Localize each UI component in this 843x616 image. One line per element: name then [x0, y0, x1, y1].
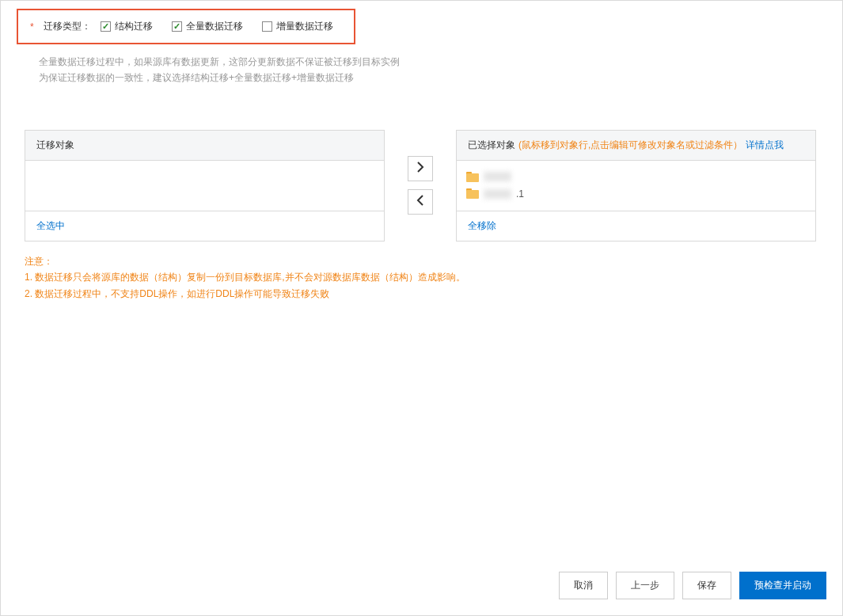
source-panel-header: 迁移对象 [25, 131, 384, 161]
remove-all-link[interactable]: 全移除 [468, 220, 496, 231]
tree-item[interactable] [465, 169, 807, 185]
checkbox-label: 增量数据迁移 [276, 20, 333, 33]
description-text: 全量数据迁移过程中，如果源库有数据更新，这部分更新数据不保证被迁移到目标实例 为… [39, 54, 826, 86]
target-panel-header: 已选择对象 (鼠标移到对象行,点击编辑可修改对象名或过滤条件） 详情点我 [457, 131, 815, 161]
target-panel: 已选择对象 (鼠标移到对象行,点击编辑可修改对象名或过滤条件） 详情点我 .1 … [456, 130, 816, 241]
select-all-link[interactable]: 全选中 [36, 220, 65, 231]
target-panel-footer: 全移除 [457, 211, 815, 241]
prev-button[interactable]: 上一步 [616, 572, 674, 599]
target-panel-details-link[interactable]: 详情点我 [746, 139, 784, 152]
source-panel-title: 迁移对象 [36, 139, 74, 152]
move-right-button[interactable] [408, 156, 433, 181]
folder-icon [466, 188, 479, 199]
migration-type-label: 迁移类型： [44, 20, 91, 33]
folder-icon [466, 172, 479, 182]
save-button[interactable]: 保存 [682, 572, 731, 599]
checkbox-full-data-migration[interactable]: 全量数据迁移 [172, 20, 243, 33]
migration-type-options: 结构迁移 全量数据迁移 增量数据迁移 [101, 20, 333, 33]
description-line2: 为保证迁移数据的一致性，建议选择结构迁移+全量数据迁移+增量数据迁移 [39, 70, 826, 86]
notice-line2: 2. 数据迁移过程中，不支持DDL操作，如进行DDL操作可能导致迁移失败 [25, 286, 826, 302]
checkbox-icon [262, 21, 272, 32]
target-panel-hint: (鼠标移到对象行,点击编辑可修改对象名或过滤条件） [518, 139, 742, 152]
tree-item-label [484, 172, 511, 181]
source-panel: 迁移对象 全选中 [25, 130, 385, 241]
checkbox-incremental-data-migration[interactable]: 增量数据迁移 [262, 20, 333, 33]
target-panel-body[interactable]: .1 [457, 161, 815, 211]
notice-heading: 注意： [25, 253, 826, 269]
chevron-left-icon [416, 195, 424, 209]
migration-type-row: * 迁移类型： 结构迁移 全量数据迁移 增量数据迁移 [17, 9, 355, 44]
checkbox-icon [172, 21, 182, 32]
notice-section: 注意： 1. 数据迁移只会将源库的数据（结构）复制一份到目标数据库,并不会对源数… [25, 253, 826, 302]
tree-item-suffix: .1 [516, 188, 524, 200]
chevron-right-icon [416, 162, 424, 176]
transfer-buttons [385, 130, 456, 241]
source-panel-body[interactable] [25, 161, 384, 211]
transfer-panels: 迁移对象 全选中 已选择对象 (鼠标移到对象行,点击编辑可修改对象 [25, 130, 826, 241]
footer-buttons: 取消 上一步 保存 预检查并启动 [559, 572, 826, 599]
cancel-button[interactable]: 取消 [559, 572, 608, 599]
checkbox-label: 全量数据迁移 [186, 20, 243, 33]
checkbox-icon [101, 21, 111, 32]
tree-item[interactable]: .1 [465, 185, 807, 203]
source-panel-footer: 全选中 [25, 211, 384, 241]
checkbox-structure-migration[interactable]: 结构迁移 [101, 20, 153, 33]
precheck-start-button[interactable]: 预检查并启动 [739, 572, 826, 599]
description-line1: 全量数据迁移过程中，如果源库有数据更新，这部分更新数据不保证被迁移到目标实例 [39, 54, 826, 70]
move-left-button[interactable] [408, 189, 433, 215]
required-star: * [30, 21, 34, 32]
checkbox-label: 结构迁移 [115, 20, 153, 33]
target-panel-title: 已选择对象 [468, 139, 515, 152]
tree-item-label [484, 189, 511, 199]
notice-line1: 1. 数据迁移只会将源库的数据（结构）复制一份到目标数据库,并不会对源数据库数据… [25, 269, 826, 285]
